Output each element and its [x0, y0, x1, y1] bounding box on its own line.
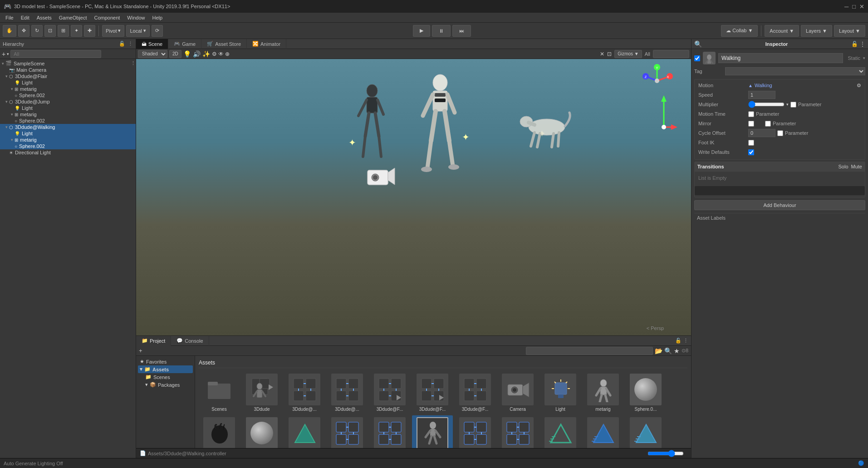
asset-item-jump[interactable]: Jump [583, 415, 623, 448]
menu-assets[interactable]: Assets [33, 14, 55, 21]
add-asset-button[interactable]: + [139, 347, 142, 354]
menu-file[interactable]: File [2, 14, 17, 21]
scene-icon-2[interactable]: 👁 [218, 51, 224, 57]
panel-menu-icon[interactable]: ⋮ [683, 338, 688, 344]
asset-item-flair[interactable]: Flair [284, 415, 325, 448]
auto-generate-link[interactable]: 🔵 [858, 460, 864, 466]
hierarchy-search[interactable] [10, 50, 101, 58]
tree-item-3ddude-flair[interactable]: ▾ ⬡ 3Ddude@Flair [0, 73, 136, 79]
hierarchy-menu[interactable]: ⋮ [128, 41, 133, 47]
lock-icon[interactable]: 🔓 [675, 338, 682, 344]
pause-button[interactable]: ⏸ [432, 25, 451, 37]
minimize-button[interactable]: ─ [844, 3, 848, 10]
gizmos-button[interactable]: Gizmos ▼ [614, 50, 642, 58]
sidebar-item-packages[interactable]: ▾ 📦 Packages [138, 381, 193, 389]
tag-dropdown[interactable]: Untagged MainCamera Player [725, 67, 865, 75]
asset-item-camera[interactable]: Camera [497, 372, 538, 414]
tree-item-light-flair[interactable]: 💡 Light [0, 79, 136, 86]
step-button[interactable]: ⏭ [452, 25, 471, 37]
window-controls[interactable]: ─ □ ✕ [844, 3, 864, 10]
shading-dropdown[interactable]: Shaded [138, 50, 167, 58]
tab-scene[interactable]: 🏔 Scene [136, 39, 168, 49]
motion-gear-icon[interactable]: ⚙ [857, 83, 861, 89]
tree-item-light-jump[interactable]: 💡 Light [0, 105, 136, 111]
tree-item-maincamera[interactable]: 📷 Main Camera [0, 67, 136, 73]
hierarchy-dropdown[interactable]: ▾ [7, 52, 9, 56]
star-icon[interactable]: ★ [674, 347, 680, 355]
cycle-offset-param-checkbox[interactable] [777, 130, 783, 136]
static-dropdown[interactable]: ▾ [863, 56, 865, 60]
filter-icon[interactable]: 🔍 [664, 347, 672, 355]
inspector-lock-icon[interactable]: 🔓 [851, 41, 858, 47]
layout-button[interactable]: Layout ▼ [834, 25, 865, 37]
tool-scale[interactable]: ⊡ [44, 25, 56, 37]
tree-item-metarig-flair[interactable]: ▾ ⊞ metarig [0, 86, 136, 92]
mute-button[interactable]: Mute [851, 164, 862, 169]
mirror-param-checkbox[interactable] [765, 121, 771, 127]
tab-project[interactable]: 📁 Project [136, 336, 171, 346]
tool-hand[interactable]: ✋ [3, 25, 16, 37]
sidebar-item-assets[interactable]: ▾ 📁 Assets [138, 365, 193, 373]
asset-item-light[interactable]: Light [540, 372, 581, 414]
tree-item-samplescene[interactable]: ▾ 🎬 SampleScene ⋮ [0, 60, 136, 67]
asset-item-sphere1[interactable]: Sphere.0... [625, 372, 666, 414]
tree-item-sphere-flair[interactable]: ○ Sphere.002 [0, 92, 136, 99]
tab-assetstore[interactable]: 🛒 Asset Store [201, 39, 247, 49]
write-defaults-checkbox[interactable] [748, 149, 754, 155]
scene-search[interactable] [653, 50, 689, 58]
menu-component[interactable]: Component [90, 14, 123, 21]
asset-item-3ddudef2[interactable]: 3Ddude@F... [412, 372, 453, 414]
tree-item-3ddude-jump[interactable]: ▾ ⬡ 3Ddude@Jump [0, 99, 136, 105]
multiplier-param-checkbox[interactable] [790, 102, 796, 108]
cycle-offset-input[interactable] [748, 129, 775, 137]
tool-rect[interactable]: ⊞ [58, 25, 69, 37]
add-item-icon[interactable]: + [2, 50, 5, 58]
asset-item-3ddude3[interactable]: 3Ddude@... [327, 372, 368, 414]
tool-move[interactable]: ✥ [18, 25, 29, 37]
asset-item-scenes[interactable]: Scenes [199, 372, 240, 414]
refresh-button[interactable]: ⟳ [152, 25, 163, 37]
solo-button[interactable]: Solo [839, 164, 848, 169]
add-behaviour-button[interactable]: Add Behaviour [694, 200, 865, 210]
collab-button[interactable]: ☁ Collab ▼ [721, 25, 758, 37]
tool-custom[interactable]: ✚ [84, 25, 95, 37]
tab-console[interactable]: 💬 Console [171, 336, 209, 346]
asset-item-noname[interactable]: No Name [199, 415, 240, 448]
asset-item-3ddude2[interactable]: 3Ddude@... [284, 372, 325, 414]
menu-window[interactable]: Window [123, 14, 148, 21]
multiplier-slider[interactable] [748, 101, 785, 108]
2d-button[interactable]: 2D [169, 50, 181, 58]
camera-rect-icon[interactable]: ⊡ [607, 51, 612, 57]
asset-item-3ddude[interactable]: 3Ddude [241, 372, 282, 414]
scene-icon-1[interactable]: ⚙ [212, 51, 217, 57]
play-button[interactable]: ▶ [413, 25, 430, 37]
scene-icon-3[interactable]: ⊕ [225, 51, 230, 57]
pivot-button[interactable]: Pivot ▾ [102, 25, 124, 37]
close-button[interactable]: ✕ [859, 3, 864, 10]
menu-edit[interactable]: Edit [17, 14, 33, 21]
asset-item-metarig[interactable]: metarig [583, 372, 623, 414]
multiplier-dropdown-icon[interactable]: ▾ [786, 102, 789, 107]
maximize-button[interactable]: □ [852, 3, 856, 10]
tree-item-sphere-walking[interactable]: ○ Sphere.002 [0, 143, 136, 149]
zoom-slider[interactable] [647, 450, 684, 457]
effects-toggle[interactable]: ✨ [202, 50, 210, 58]
tool-transform[interactable]: ✦ [71, 25, 82, 37]
foot-ik-checkbox[interactable] [748, 140, 754, 146]
light-toggle[interactable]: 💡 [183, 50, 191, 58]
tree-item-sphere-jump[interactable]: ○ Sphere.002 [0, 118, 136, 124]
scene-canvas[interactable]: ✦ ✦ ✦ [136, 59, 691, 335]
asset-item-3ddudef1[interactable]: 3Ddude@F... [369, 372, 410, 414]
tool-rotate[interactable]: ↻ [31, 25, 43, 37]
hierarchy-lock[interactable]: 🔓 [119, 41, 125, 47]
menu-gameobject[interactable]: GameObject [55, 14, 91, 21]
asset-item-3ddudef3[interactable]: 3Ddude@F... [455, 372, 495, 414]
menu-help[interactable]: Help [148, 14, 166, 21]
object-name-input[interactable] [718, 53, 843, 63]
local-button[interactable]: Local ▾ [126, 25, 149, 37]
scene-menu[interactable]: ⋮ [131, 60, 136, 66]
asset-item-3ddudej2[interactable]: 3Ddude@J... [369, 415, 410, 448]
tree-item-3ddude-walking[interactable]: ▾ ⬡ 3Ddude@Walking [0, 124, 136, 130]
folder-icon[interactable]: 📂 [655, 347, 662, 355]
tree-item-directional-light[interactable]: ☀ Directional Light [0, 149, 136, 156]
